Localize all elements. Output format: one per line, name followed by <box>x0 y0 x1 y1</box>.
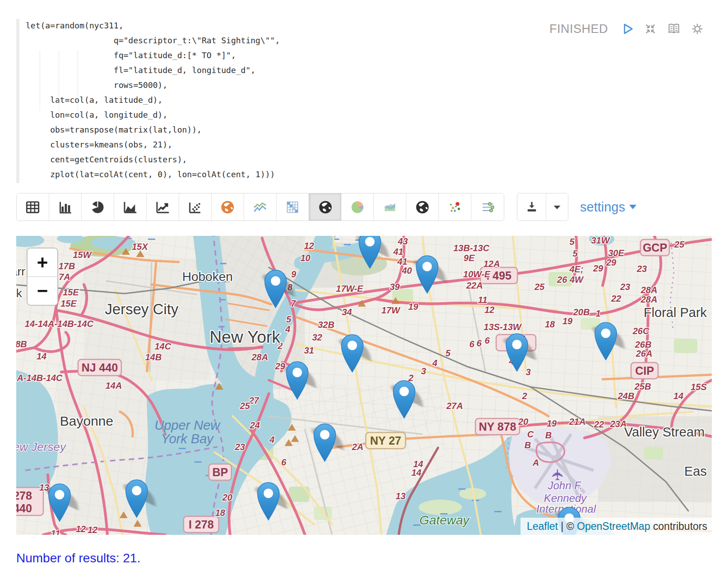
exit-number: 26 4W <box>557 275 584 285</box>
results-count: Number of results: 21. <box>16 551 140 565</box>
zoom-in-button[interactable]: + <box>28 248 57 277</box>
exit-number: 12 <box>304 241 314 251</box>
run-button[interactable] <box>620 22 634 36</box>
code-line[interactable]: zplot(lat=colAt(cent, 0), lon=colAt(cent… <box>26 167 280 182</box>
code-line[interactable]: clusters=kmeans(obs, 21), <box>26 137 280 152</box>
attribution-suffix: contributors <box>650 520 707 533</box>
exit-number: 17W <box>381 305 401 315</box>
chart-button-area-chart-color[interactable] <box>374 193 406 221</box>
exit-number: 15W <box>73 250 92 260</box>
chart-button-scatter-chart[interactable] <box>179 193 212 221</box>
gear-button[interactable] <box>690 22 705 36</box>
chart-button-bar-chart[interactable] <box>49 193 82 221</box>
exit-number: 27 <box>249 395 259 405</box>
exit-number: 20 <box>518 417 528 427</box>
exit-number: 12A <box>484 259 500 269</box>
shrink-button[interactable] <box>643 22 658 36</box>
download-button[interactable] <box>517 193 546 221</box>
exit-number: 12 <box>76 524 86 534</box>
exit-number: 6 <box>469 339 475 349</box>
chart-button-bubble-chart[interactable] <box>439 193 471 221</box>
map[interactable]: NJ 440I 495GCPCIPNY 878I 278BPNY 2727844… <box>16 236 712 535</box>
exit-number: 41 <box>397 257 407 267</box>
chevron-down-icon <box>629 204 637 210</box>
settings-toggle[interactable]: settings <box>580 200 637 215</box>
map-canvas: NJ 440I 495GCPCIPNY 878I 278BPNY 2727844… <box>16 236 712 535</box>
exit-number: 14-14A-14B-14C <box>25 319 94 329</box>
download-icon <box>525 200 539 214</box>
exit-number: 21A <box>569 417 586 427</box>
code-line[interactable]: lon=col(a, longitude_d), <box>26 107 280 122</box>
exit-number: 6 <box>476 338 482 348</box>
city-label: Valley Stream <box>624 425 705 439</box>
exit-number: 20B <box>573 307 590 317</box>
exit-number: 26C <box>632 326 650 336</box>
exit-number: 7 <box>290 299 296 308</box>
exit-number: 24 <box>249 420 260 430</box>
chart-button-globe-map-orange[interactable] <box>212 193 244 221</box>
exit-number: A-14B-14C <box>16 373 63 383</box>
indent-guide <box>59 51 59 110</box>
exit-number: 15E <box>63 287 79 297</box>
attribution-separator: | <box>558 520 567 533</box>
globe-map-dark-2-icon <box>415 199 430 215</box>
code-line[interactable]: cent=getCentroids(clusters), <box>26 152 280 167</box>
exit-number: 14 <box>411 468 421 478</box>
code-editor[interactable]: let(a=random(nyc311, q="descriptor_t:\"R… <box>26 18 280 182</box>
caret-down-button[interactable] <box>546 193 568 221</box>
zoom-out-button[interactable]: − <box>28 277 57 305</box>
exit-number: 22 <box>594 419 604 429</box>
city-label: Floral Park <box>644 305 707 320</box>
exit-number: 2 <box>521 391 527 401</box>
code-line[interactable]: let(a=random(nyc311, <box>26 18 280 33</box>
code-line[interactable]: q="descriptor_t:\"Rat Sighting\"", <box>26 33 280 48</box>
exit-number: 23 <box>235 442 245 452</box>
pie-chart-icon <box>90 199 106 215</box>
exit-number: 17W-E <box>336 284 364 294</box>
chart-button-area-chart[interactable] <box>114 193 147 221</box>
chart-button-parallel-sliders[interactable] <box>471 193 504 221</box>
openstreetmap-link[interactable]: OpenStreetMap <box>577 520 650 533</box>
exit-number: 9 <box>291 269 296 279</box>
city-label: Bayonne <box>60 414 113 428</box>
code-line[interactable]: lat=col(a, latitude_d), <box>26 92 280 107</box>
exit-number: 29 <box>275 361 286 371</box>
city-label: New York <box>210 328 281 346</box>
exit-number: 11 <box>478 295 488 305</box>
city-label: Jersey City <box>105 301 179 317</box>
code-line[interactable]: fl="latitude_d, longitude_d", <box>26 63 280 78</box>
exit-number: 12 <box>88 525 97 535</box>
exit-number: 32 <box>312 332 322 342</box>
area-chart-icon <box>122 199 138 215</box>
chart-button-globe-map-dark-2[interactable] <box>406 193 439 221</box>
exit-number: 40 <box>401 266 412 276</box>
chart-button-line-chart-color[interactable] <box>244 193 276 221</box>
code-line[interactable]: fq="latitude_d:[* TO *]", <box>26 48 280 63</box>
caret-down-icon <box>550 200 564 214</box>
exit-number: 30E <box>608 248 624 258</box>
chart-button-pie-chart-color[interactable] <box>341 193 374 221</box>
paragraph-status: FINISHED <box>549 22 608 36</box>
area-label: Kennedy <box>544 492 588 504</box>
exit-number: 1 <box>595 308 600 318</box>
chart-button-heatmap[interactable] <box>276 193 309 221</box>
exit-number: 3 <box>421 366 426 376</box>
code-line[interactable]: obs=transpose(matrix(lat,lon)), <box>26 122 280 137</box>
exit-number: 18 <box>215 508 226 518</box>
leaflet-link[interactable]: Leaflet <box>527 520 558 533</box>
chart-button-table[interactable] <box>17 193 49 221</box>
chart-button-pie-chart[interactable] <box>82 193 114 221</box>
map-attribution: Leaflet | © OpenStreetMap contributors <box>521 518 712 535</box>
book-button[interactable] <box>667 22 681 36</box>
exit-number: 29 <box>606 257 617 267</box>
exit-number: 23 <box>620 282 630 292</box>
globe-map-orange-icon <box>220 199 235 215</box>
exit-number: 14 <box>37 351 46 361</box>
chart-button-line-chart[interactable] <box>147 193 179 221</box>
exit-number: 25 <box>674 239 685 249</box>
exit-number: 14A <box>106 381 122 391</box>
code-line[interactable]: rows=5000), <box>26 78 280 92</box>
exit-number: 4 <box>269 435 274 445</box>
exit-number: 19 <box>547 418 557 428</box>
chart-button-globe-map-dark[interactable] <box>309 193 341 221</box>
